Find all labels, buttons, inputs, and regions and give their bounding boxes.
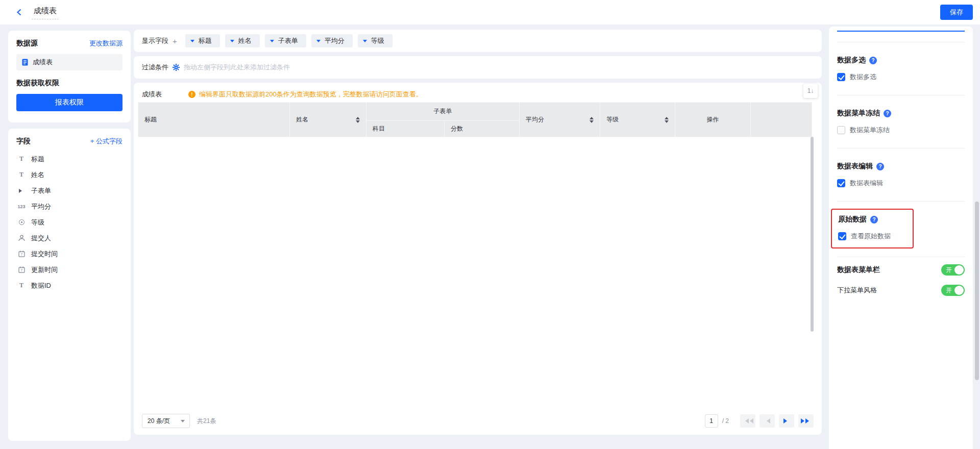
menu-freeze-checkbox-row[interactable]: 数据菜单冻结 <box>837 126 965 135</box>
settings-panel: 数据多选? 数据多选 数据菜单冻结? 数据菜单冻结 数据表编辑? 数据表编辑 原… <box>829 27 973 449</box>
filter-label: 过滤条件 <box>142 63 168 72</box>
menu-bar-toggle-row: 数据表菜单栏 开 <box>837 262 965 278</box>
checkbox[interactable] <box>837 126 845 134</box>
dropdown-style-toggle[interactable]: 开 <box>941 285 965 296</box>
display-field-tag-等级[interactable]: 等级 <box>358 34 393 47</box>
formula-field-link[interactable]: + 公式字段 <box>90 137 122 146</box>
data-table: 标题姓名子表单平均分等级操作科目分数 <box>138 102 814 407</box>
checkbox-label: 数据菜单冻结 <box>850 126 890 135</box>
caret-down-icon <box>363 40 367 44</box>
sidebar-field-等级[interactable]: 等级 <box>16 214 122 230</box>
section-accent-line <box>837 31 965 32</box>
display-field-tag-姓名[interactable]: 姓名 <box>225 34 260 47</box>
sidebar-field-数据ID[interactable]: T数据ID <box>16 278 122 293</box>
raw-data-checkbox-row[interactable]: 查看原始数据 <box>838 232 913 241</box>
field-label: 提交人 <box>31 234 51 243</box>
fields-card: 字段 + 公式字段 T标题T姓名子表单123平均分等级提交人7提交时间7更新时间… <box>8 129 131 441</box>
last-page-button[interactable] <box>798 414 814 428</box>
report-permission-button[interactable]: 报表权限 <box>16 94 122 111</box>
section-title: 数据表编辑 <box>837 162 873 171</box>
table-edit-checkbox-row[interactable]: 数据表编辑 <box>837 179 965 188</box>
sort-icon[interactable] <box>590 115 594 125</box>
number-icon: 123 <box>16 204 27 209</box>
help-icon[interactable]: ? <box>884 110 891 117</box>
multiselect-checkbox-row[interactable]: 数据多选 <box>837 72 965 82</box>
warning-text: 编辑界面只取数据源前200条作为查询数据预览，完整数据请访问页面查看。 <box>199 90 423 99</box>
permission-title: 数据获取权限 <box>16 79 122 88</box>
tag-label: 等级 <box>371 36 384 45</box>
change-datasource-link[interactable]: 更改数据源 <box>89 39 122 48</box>
sidebar-field-更新时间[interactable]: 7更新时间 <box>16 262 122 278</box>
sidebar-field-提交人[interactable]: 提交人 <box>16 230 122 246</box>
checkbox-label: 数据表编辑 <box>850 179 883 188</box>
setting-section-multiselect: 数据多选? 数据多选 <box>837 42 965 95</box>
help-icon[interactable]: ? <box>876 163 884 170</box>
subform-expand-icon[interactable] <box>16 189 27 193</box>
sidebar-field-姓名[interactable]: T姓名 <box>16 167 122 183</box>
fields-title: 字段 <box>16 137 31 146</box>
display-field-tags: 标题姓名子表单平均分等级 <box>185 34 393 47</box>
sidebar-field-提交时间[interactable]: 7提交时间 <box>16 246 122 262</box>
datasource-title: 数据源 <box>16 39 38 48</box>
filter-drop-placeholder[interactable]: 拖动左侧字段到此处来添加过滤条件 <box>184 63 290 72</box>
help-icon[interactable]: ? <box>869 57 877 64</box>
sort-icon[interactable] <box>356 115 360 125</box>
filter-settings-gear-icon[interactable] <box>173 64 180 71</box>
sort-icon[interactable] <box>665 115 669 125</box>
display-field-tag-子表单[interactable]: 子表单 <box>265 34 306 47</box>
dropdown-style-title: 下拉菜单风格 <box>837 286 877 295</box>
setting-section-menu-freeze: 数据菜单冻结? 数据菜单冻结 <box>837 95 965 148</box>
text-icon: T <box>16 171 27 179</box>
column-header-blank <box>751 103 812 137</box>
datasource-item[interactable]: 成绩表 <box>16 54 122 70</box>
column-header-score: 分数 <box>445 121 520 137</box>
menu-bar-title: 数据表菜单栏 <box>837 265 880 275</box>
pagination-bar: 20 条/页 共21条 / 2 <box>142 413 814 429</box>
back-button[interactable] <box>14 7 24 17</box>
field-label: 更新时间 <box>31 265 58 275</box>
field-label: 平均分 <box>31 202 51 211</box>
total-count: 共21条 <box>197 417 216 426</box>
display-field-tag-平均分[interactable]: 平均分 <box>311 34 353 47</box>
page-of-total: / 2 <box>722 417 729 425</box>
chevron-down-icon <box>181 420 185 425</box>
sidebar-field-标题[interactable]: T标题 <box>16 151 122 167</box>
table-title: 成绩表 <box>142 90 162 99</box>
help-icon[interactable]: ? <box>870 216 878 223</box>
sidebar-field-子表单[interactable]: 子表单 <box>16 183 122 198</box>
first-page-button[interactable] <box>740 414 755 428</box>
table-scrollbar[interactable] <box>811 137 814 332</box>
checkbox[interactable] <box>837 73 845 81</box>
page-size-select[interactable]: 20 条/页 <box>142 414 190 428</box>
caret-down-icon <box>230 40 234 44</box>
tag-label: 标题 <box>199 36 212 45</box>
column-header-avg[interactable]: 平均分 <box>520 103 600 137</box>
next-page-button[interactable] <box>779 414 794 428</box>
column-header-subject: 科目 <box>366 121 445 137</box>
sidebar-field-平均分[interactable]: 123平均分 <box>16 198 122 214</box>
prev-page-button[interactable] <box>760 414 775 428</box>
page-title[interactable]: 成绩表 <box>32 5 59 19</box>
checkbox[interactable] <box>838 232 846 240</box>
caret-down-icon <box>190 40 194 44</box>
caret-down-icon <box>316 40 321 44</box>
preview-warning: ! 编辑界面只取数据源前200条作为查询数据预览，完整数据请访问页面查看。 <box>188 90 423 99</box>
section-title: 数据多选 <box>837 56 866 65</box>
page-number-input[interactable] <box>705 414 718 428</box>
tag-label: 子表单 <box>278 36 298 45</box>
warning-icon: ! <box>188 91 195 98</box>
checkbox[interactable] <box>837 179 845 187</box>
save-button[interactable]: 保存 <box>940 5 973 20</box>
add-display-field-button[interactable]: + <box>173 37 177 45</box>
column-header-ops: 操作 <box>675 103 751 137</box>
menu-bar-toggle[interactable]: 开 <box>941 264 965 276</box>
setting-section-table-edit: 数据表编辑? 数据表编辑 <box>837 148 965 201</box>
sort-order-button[interactable]: 1↓ <box>803 84 818 98</box>
column-header-name[interactable]: 姓名 <box>290 103 366 137</box>
window-scrollbar[interactable] <box>975 202 979 380</box>
tag-label: 姓名 <box>238 36 252 45</box>
column-header-grade[interactable]: 等级 <box>600 103 675 137</box>
filter-bar: 过滤条件 拖动左侧字段到此处来添加过滤条件 <box>134 56 822 79</box>
title-icon: T <box>16 155 27 163</box>
display-field-tag-标题[interactable]: 标题 <box>185 34 220 47</box>
